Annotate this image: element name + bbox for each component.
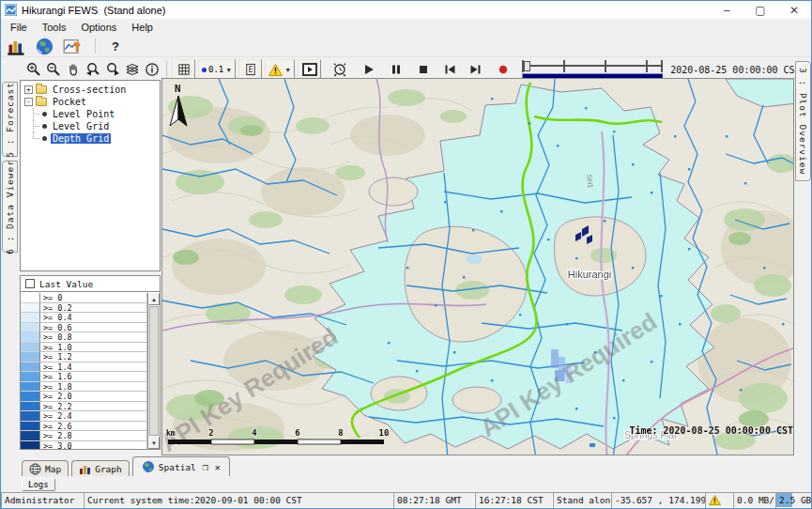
status-bar: AdministratorCurrent system time:2020-09… bbox=[1, 492, 811, 508]
app-window: Hikurangi FEWS (Stand alone) – ▢ ✕ FileT… bbox=[0, 0, 812, 509]
legend-color-swatch bbox=[21, 293, 40, 303]
scroll-up-icon[interactable]: ▲ bbox=[148, 293, 160, 305]
menu-tools[interactable]: Tools bbox=[35, 21, 74, 34]
tree-item-depth-grid[interactable]: Depth Grid bbox=[21, 132, 160, 145]
maximize-button[interactable]: ▢ bbox=[743, 1, 777, 19]
tree-connector bbox=[28, 132, 40, 145]
zoom-out-icon[interactable] bbox=[43, 60, 63, 80]
road-label-sh1: SH1 bbox=[585, 174, 595, 189]
tree-item-level-grid[interactable]: Level Grid bbox=[21, 120, 160, 132]
map-time-label: Time: 2020-08-25 00:00:00 CST bbox=[629, 425, 793, 436]
zoom-in-icon[interactable] bbox=[23, 60, 43, 80]
tree-expander-icon[interactable]: + bbox=[24, 85, 33, 94]
svg-text:km: km bbox=[166, 429, 176, 438]
zoom-next-icon[interactable] bbox=[102, 60, 122, 80]
tab-map[interactable]: Map bbox=[22, 460, 69, 476]
legend-color-swatch bbox=[21, 402, 40, 412]
play-button[interactable] bbox=[359, 60, 378, 80]
tree-expander-icon[interactable]: - bbox=[24, 98, 33, 106]
step-forward-button[interactable] bbox=[466, 60, 485, 80]
tab-forecast[interactable]: 5 : Forecast bbox=[2, 82, 18, 157]
tab-map-label: Map bbox=[45, 464, 61, 474]
timeline-handle[interactable] bbox=[524, 61, 530, 71]
tab-graph-label: Graph bbox=[95, 464, 122, 474]
folder-icon bbox=[36, 98, 47, 106]
menu-file[interactable]: File bbox=[3, 21, 35, 34]
status-memory-usage: 2.5 GB bbox=[775, 492, 812, 508]
step-backward-button[interactable] bbox=[440, 60, 460, 80]
menu-options[interactable]: Options bbox=[73, 21, 124, 34]
scrollbar-thumb[interactable] bbox=[149, 306, 159, 436]
tree-item-label[interactable]: Cross-section bbox=[51, 85, 128, 95]
help-button[interactable]: ? bbox=[108, 39, 123, 54]
grid-display-button[interactable] bbox=[172, 59, 195, 80]
status-user: Administrator bbox=[1, 492, 84, 508]
close-button[interactable]: ✕ bbox=[777, 1, 811, 19]
timeline-slider[interactable] bbox=[522, 60, 663, 79]
stop-button[interactable] bbox=[413, 60, 433, 80]
legend-scrollbar[interactable]: ▲ ▼ bbox=[147, 293, 160, 449]
spatial-display-icon[interactable] bbox=[63, 37, 83, 56]
globe-icon[interactable] bbox=[35, 37, 54, 56]
layers-icon[interactable] bbox=[122, 60, 142, 80]
zoom-previous-icon[interactable] bbox=[83, 60, 102, 80]
status-warning[interactable] bbox=[705, 492, 733, 508]
tree-item-level-point[interactable]: Level Point bbox=[21, 108, 160, 120]
status-mode: Stand alone bbox=[553, 492, 611, 508]
thresholds-warning-dropdown[interactable]: ▼ bbox=[265, 59, 295, 80]
scroll-down-icon[interactable]: ▼ bbox=[148, 437, 160, 449]
threshold-dot-icon bbox=[202, 68, 207, 72]
threshold-value: 0.1 bbox=[208, 65, 223, 74]
status-local-time: 16:27:18 CST bbox=[475, 492, 553, 508]
tree-item-label[interactable]: Level Point bbox=[51, 109, 116, 119]
pause-button[interactable] bbox=[386, 60, 406, 80]
place-label-hikurangi: Hikurangi bbox=[568, 269, 611, 280]
svg-text:6: 6 bbox=[295, 428, 299, 438]
tab-spatial[interactable]: Spatial ❒ ✕ bbox=[132, 456, 230, 476]
bar-chart-icon bbox=[79, 463, 91, 475]
main-toolbar: ? bbox=[1, 36, 811, 56]
logs-button[interactable]: Logs bbox=[22, 478, 55, 491]
node-bullet-icon bbox=[42, 124, 47, 129]
legend-color-swatch bbox=[21, 313, 40, 323]
tree-item-label[interactable]: Depth Grid bbox=[51, 133, 111, 144]
svg-text:10: 10 bbox=[379, 428, 390, 438]
window-title: Hikurangi FEWS (Stand alone) bbox=[22, 5, 165, 16]
toolbar-separator bbox=[95, 39, 96, 54]
legend-color-swatch bbox=[21, 431, 40, 441]
threshold-dropdown[interactable]: 0.1 ▼ bbox=[198, 59, 236, 80]
legend-color-swatch bbox=[21, 362, 40, 373]
record-button[interactable] bbox=[493, 60, 513, 80]
legend-color-swatch bbox=[21, 303, 40, 314]
node-bullet-icon bbox=[42, 136, 47, 141]
legend-row[interactable]: >= 3.0 bbox=[21, 441, 147, 450]
info-icon[interactable] bbox=[142, 60, 161, 80]
tab-graph[interactable]: Graph bbox=[71, 460, 130, 476]
tree-item-label[interactable]: Pocket bbox=[51, 97, 88, 107]
tree-connector bbox=[28, 120, 40, 132]
movie-player-button[interactable] bbox=[298, 59, 321, 80]
close-panel-icon[interactable]: ✕ bbox=[215, 462, 221, 472]
filter-tree: +Cross-section-PocketLevel PointLevel Gr… bbox=[20, 80, 161, 271]
svg-text:E: E bbox=[248, 65, 253, 74]
map-viewport[interactable]: . bbox=[161, 78, 794, 455]
minimize-button[interactable]: – bbox=[710, 1, 743, 19]
status-system-time: Current system time:2020-09-01 00:00 CST bbox=[84, 492, 393, 508]
menu-help[interactable]: Help bbox=[124, 21, 161, 34]
legend-color-swatch bbox=[21, 372, 40, 382]
animation-clock-icon[interactable] bbox=[329, 60, 349, 80]
tree-item-pocket[interactable]: -Pocket bbox=[21, 96, 160, 108]
pan-hand-icon[interactable] bbox=[63, 60, 83, 80]
timeline-track[interactable] bbox=[522, 60, 663, 72]
tab-data-viewer[interactable]: 6 : Data Viewer bbox=[2, 161, 18, 253]
label-display-button[interactable]: E bbox=[238, 59, 262, 80]
tree-item-label[interactable]: Level Grid bbox=[51, 121, 111, 131]
tab-plot-overview[interactable]: 3 : Plot Overview bbox=[795, 61, 811, 181]
last-value-checkbox[interactable] bbox=[25, 279, 35, 288]
toolbar-separator bbox=[166, 61, 167, 78]
maximize-panel-icon[interactable]: ❒ bbox=[203, 462, 208, 472]
legend-header: Last Value bbox=[21, 276, 160, 292]
database-icon[interactable] bbox=[7, 37, 26, 56]
folder-icon bbox=[36, 85, 47, 94]
tree-item-cross-section[interactable]: +Cross-section bbox=[21, 84, 160, 96]
